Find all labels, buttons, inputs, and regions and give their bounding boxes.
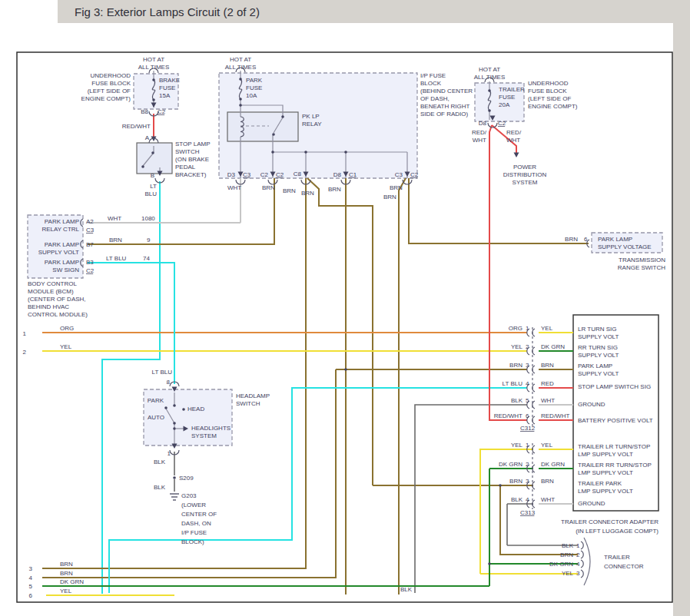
label-behind-hvac: BEHIND HVAC (28, 303, 69, 310)
label-b3: B3 (86, 259, 94, 266)
label-supply-volt: SUPPLY VOLT (578, 333, 619, 340)
label-center-of: CENTER OF (181, 511, 217, 518)
label-lt: LT (150, 183, 157, 190)
label-c2: C2 (276, 171, 284, 178)
label-fuse-block: FUSE BLOCK (528, 88, 567, 94)
label-switch: SWITCH (175, 148, 200, 155)
junction-dot-9 (272, 133, 275, 136)
label-lmp-supply-volt: LMP SUPPLY VOLT (578, 469, 633, 476)
label-8: 8 (167, 379, 171, 386)
label-brn: BRN (60, 570, 73, 577)
label-blk: BLK (154, 484, 166, 491)
label-trailer: TRAILER (604, 554, 630, 561)
label-2: 2 (576, 551, 580, 558)
label-yel: YEL (562, 570, 574, 577)
label--left-side-of: (LEFT SIDE OF (88, 88, 131, 94)
label-b: B (151, 172, 154, 179)
label-dash-on: DASH, ON (181, 520, 211, 527)
label-brn: BRN (560, 551, 573, 558)
label-all-times: ALL TIMES (225, 64, 256, 71)
label-9: 9 (147, 237, 151, 243)
label-stop-lamp-switch-sig: STOP LAMP SWITCH SIG (578, 383, 651, 390)
label-pk-lp: PK LP (302, 113, 320, 120)
label-yel: YEL (511, 442, 523, 449)
junction-dot-12 (182, 408, 185, 411)
label-pedal: PEDAL (175, 164, 196, 171)
label-2: 2 (23, 349, 27, 356)
label-1: 1 (23, 330, 27, 337)
label-head: HEAD (187, 406, 204, 412)
label-s209: S209 (179, 475, 194, 482)
page: HOT ATALL TIMESUNDERHOODFUSE BLOCK(LEFT … (0, 0, 690, 616)
label-3: 3 (526, 478, 529, 485)
label-yel: YEL (60, 343, 72, 350)
label-fuse-block: FUSE BLOCK (91, 80, 131, 87)
label-sw-sign: SW SIGN (52, 267, 79, 273)
label-battery-positive-volt: BATTERY POSITIVE VOLT (578, 417, 653, 424)
label-yel: YEL (541, 442, 553, 449)
label-blk: BLK (511, 496, 523, 503)
label-c3: C3 (395, 171, 403, 178)
label-c313: C313 (520, 509, 536, 516)
label-wht: WHT (541, 496, 555, 503)
label-5: 5 (526, 397, 529, 404)
label-lr-turn-sig: LR TURN SIG (578, 326, 617, 333)
label-c8: C8 (294, 171, 302, 177)
label-1: 1 (168, 450, 171, 457)
junction-dot-5 (499, 484, 502, 487)
label-c2: C2 (260, 171, 269, 178)
label-trailer-connector-adapter: TRAILER CONNECTOR ADAPTER (561, 518, 658, 525)
junction-dot-2 (304, 151, 307, 154)
label-15a: 15A (159, 92, 171, 99)
label-brn: BRN (283, 187, 296, 194)
label-1: 1 (576, 542, 580, 549)
label-range-switch: RANGE SWITCH (618, 264, 665, 271)
label-wht: WHT (473, 137, 486, 144)
label-trailer-lr-turn-stop: TRAILER LR TURN/STOP (578, 443, 650, 450)
label-c3: C3 (243, 171, 251, 178)
label-ground: GROUND (578, 500, 605, 507)
label-fuse: FUSE (159, 84, 175, 91)
label-dk-grn: DK GRN (541, 461, 565, 468)
label-headlights: HEADLIGHTS (191, 425, 231, 432)
label-supply-volt: SUPPLY VOLT (578, 370, 619, 377)
label--in-left-luggage-compt-: (IN LEFT LUGGAGE COMPT) (576, 528, 658, 535)
label-block-: BLOCK) (181, 538, 204, 545)
label--behind-center: (BEHIND CENTER (420, 88, 473, 94)
junction-dot-14 (173, 427, 176, 430)
label-wht: WHT (227, 184, 241, 191)
label-of-dash-: OF DASH, (420, 95, 449, 102)
label-brn: BRN (328, 186, 341, 193)
label-blu: BLU (144, 190, 157, 197)
trailer-fuse-20a-dot-0 (488, 89, 491, 92)
label-lt-blu: LT BLU (106, 255, 127, 262)
label-supply-volt: SUPPLY VOLT (38, 249, 79, 256)
junction-dot-10 (173, 404, 176, 407)
label-20a: 20A (499, 101, 510, 108)
junction-dot-1 (271, 151, 274, 154)
label-park-lamp: PARK LAMP (45, 259, 79, 266)
label-3: 3 (526, 362, 529, 369)
label--left-side-of: (LEFT SIDE OF (528, 95, 571, 102)
label-system: SYSTEM (513, 179, 538, 186)
label-trailer: TRAILER (499, 86, 525, 93)
label-5: 5 (29, 583, 33, 590)
label--lower: (LOWER (181, 502, 206, 508)
pk-lp-relay-box (227, 112, 298, 141)
label-bracket-: BRACKET) (175, 171, 207, 178)
wiring-diagram-canvas: HOT ATALL TIMESUNDERHOODFUSE BLOCK(LEFT … (0, 0, 690, 616)
label-fuse: FUSE (499, 94, 515, 101)
label-6: 6 (584, 236, 588, 243)
label-wht: WHT (541, 397, 555, 404)
label-brn: BRN (541, 362, 554, 369)
label-6: 6 (526, 412, 529, 419)
label-switch: SWITCH (236, 400, 260, 407)
label-org: ORG (509, 325, 522, 332)
label-connector: CONNECTOR (604, 563, 644, 570)
label-all-times: ALL TIMES (474, 74, 505, 81)
label-1: 1 (526, 442, 529, 449)
label-trailer-rr-turn-stop: TRAILER RR TURN/STOP (578, 462, 652, 469)
label-body-control: BODY CONTROL (28, 280, 77, 287)
label-b7: B7 (86, 241, 94, 248)
label-system: SYSTEM (191, 432, 217, 439)
